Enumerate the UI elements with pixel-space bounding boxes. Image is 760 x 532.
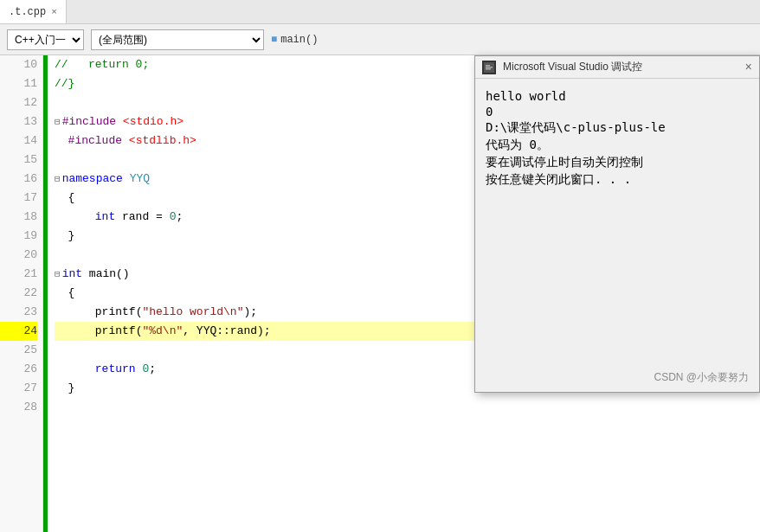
token-plain: , YYQ::rand); bbox=[183, 322, 270, 341]
token-kw: int bbox=[95, 208, 115, 227]
token-cm: //} bbox=[55, 74, 74, 93]
line-number: 18 bbox=[0, 208, 37, 227]
code-line bbox=[55, 398, 760, 417]
console-title: Microsoft Visual Studio 调试控 bbox=[503, 60, 738, 74]
token-plain bbox=[55, 208, 95, 227]
token-fn: printf bbox=[95, 303, 136, 322]
token-plain bbox=[55, 322, 95, 341]
token-plain: ( bbox=[136, 303, 143, 322]
token-plain bbox=[55, 360, 95, 379]
token-plain: { bbox=[55, 284, 74, 303]
token-fn: printf bbox=[95, 322, 136, 341]
token-plain: { bbox=[55, 189, 74, 208]
console-line: 代码为 0。 bbox=[486, 138, 749, 153]
console-line: D:\课堂代码\c-plus-plus-le bbox=[486, 120, 749, 136]
token-plain bbox=[116, 112, 123, 131]
token-num: 0 bbox=[170, 208, 177, 227]
token-str: "hello world\n" bbox=[142, 303, 243, 322]
line-number: 22 bbox=[0, 284, 37, 303]
line-number: 11 bbox=[0, 74, 37, 93]
token-cm: // return 0; bbox=[55, 55, 149, 74]
token-pp: #include bbox=[68, 131, 122, 151]
token-plain bbox=[136, 360, 143, 379]
token-plain bbox=[122, 131, 129, 151]
token-kw: return bbox=[95, 360, 136, 379]
line-number: 26 bbox=[0, 360, 37, 379]
console-line: 0 bbox=[486, 105, 749, 119]
svg-rect-2 bbox=[486, 65, 490, 67]
token-plain: } bbox=[55, 379, 74, 398]
token-collapse: ⊟ bbox=[55, 170, 61, 189]
tab-close-icon[interactable]: × bbox=[51, 7, 57, 17]
token-plain bbox=[55, 131, 68, 151]
token-plain: ; bbox=[149, 360, 156, 379]
console-titlebar: Microsoft Visual Studio 调试控 × bbox=[475, 56, 759, 79]
scope-select[interactable]: (全局范围) bbox=[91, 29, 264, 50]
func-label: main() bbox=[280, 34, 318, 46]
token-inc: <stdio.h> bbox=[123, 112, 184, 131]
toolbar: C++入门一 (全局范围) ■ main() bbox=[0, 24, 760, 55]
editor-area: 10111213141516171819202122232425262728 /… bbox=[0, 55, 760, 532]
token-inc: <stdlib.h> bbox=[129, 131, 196, 151]
token-kw: namespace bbox=[62, 170, 123, 189]
line-number: 15 bbox=[0, 151, 37, 170]
tab-bar: .t.cpp × bbox=[0, 0, 760, 24]
token-plain bbox=[123, 170, 130, 189]
line-number: 12 bbox=[0, 93, 37, 112]
line-number: 28 bbox=[0, 398, 37, 417]
console-line: 按任意键关闭此窗口. . . bbox=[486, 172, 749, 188]
token-num: 0 bbox=[142, 360, 149, 379]
line-number: 25 bbox=[0, 341, 37, 360]
console-popup: Microsoft Visual Studio 调试控 × hello worl… bbox=[474, 55, 760, 393]
line-number: 13 bbox=[0, 112, 37, 131]
console-close-button[interactable]: × bbox=[745, 61, 752, 74]
token-collapse: ⊟ bbox=[55, 265, 61, 284]
func-indicator: ■ main() bbox=[271, 34, 318, 46]
file-select[interactable]: C++入门一 bbox=[7, 29, 84, 50]
console-line: 要在调试停止时自动关闭控制 bbox=[486, 155, 749, 170]
token-pp: #include bbox=[62, 112, 116, 131]
line-number: 17 bbox=[0, 189, 37, 208]
token-plain: ); bbox=[243, 303, 257, 322]
line-number: 27 bbox=[0, 379, 37, 398]
line-numbers: 10111213141516171819202122232425262728 bbox=[0, 55, 43, 532]
token-str: "%d\n" bbox=[142, 322, 183, 341]
token-plain: ; bbox=[176, 208, 183, 227]
line-number: 16 bbox=[0, 170, 37, 189]
line-number: 23 bbox=[0, 303, 37, 322]
svg-rect-1 bbox=[486, 67, 493, 68]
console-line: hello world bbox=[486, 89, 749, 103]
svg-rect-3 bbox=[486, 68, 491, 70]
line-number: 24 bbox=[0, 322, 37, 341]
line-number: 20 bbox=[0, 246, 37, 265]
console-body: hello world0D:\课堂代码\c-plus-plus-le代码为 0。… bbox=[475, 79, 759, 392]
line-number: 10 bbox=[0, 55, 37, 74]
console-icon bbox=[482, 61, 496, 74]
token-plain: rand = bbox=[115, 208, 169, 227]
token-ns-name: YYQ bbox=[130, 170, 150, 189]
token-collapse: ⊟ bbox=[55, 112, 61, 131]
line-number: 14 bbox=[0, 131, 37, 151]
tab-item[interactable]: .t.cpp × bbox=[0, 0, 67, 23]
line-number: 19 bbox=[0, 227, 37, 246]
token-kw: int bbox=[62, 265, 82, 284]
line-number: 21 bbox=[0, 265, 37, 284]
token-plain: } bbox=[55, 227, 74, 246]
tab-filename: .t.cpp bbox=[9, 6, 46, 18]
token-plain bbox=[55, 303, 95, 322]
watermark: CSDN @小余要努力 bbox=[654, 370, 749, 385]
token-plain: main() bbox=[82, 265, 130, 284]
token-plain: ( bbox=[136, 322, 143, 341]
